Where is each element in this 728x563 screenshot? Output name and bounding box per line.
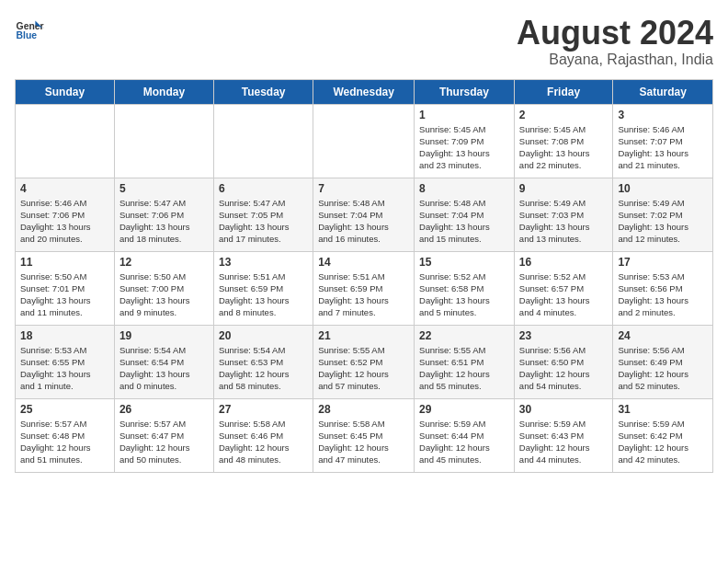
calendar-cell: 5Sunrise: 5:47 AM Sunset: 7:06 PM Daylig…	[114, 178, 213, 251]
day-number: 23	[519, 329, 609, 342]
day-number: 10	[618, 182, 708, 195]
day-info: Sunrise: 5:55 AM Sunset: 6:51 PM Dayligh…	[419, 344, 509, 393]
calendar-cell: 22Sunrise: 5:55 AM Sunset: 6:51 PM Dayli…	[415, 325, 515, 398]
day-info: Sunrise: 5:48 AM Sunset: 7:04 PM Dayligh…	[419, 197, 509, 246]
weekday-header-saturday: Saturday	[613, 79, 713, 104]
day-number: 22	[419, 329, 509, 342]
day-number: 14	[318, 256, 409, 269]
calendar-cell: 20Sunrise: 5:54 AM Sunset: 6:53 PM Dayli…	[213, 325, 313, 398]
calendar-cell: 4Sunrise: 5:46 AM Sunset: 7:06 PM Daylig…	[16, 178, 115, 251]
day-number: 1	[419, 109, 509, 121]
calendar-cell: 8Sunrise: 5:48 AM Sunset: 7:04 PM Daylig…	[415, 178, 515, 251]
calendar-cell	[16, 104, 115, 178]
calendar-table: SundayMondayTuesdayWednesdayThursdayFrid…	[15, 79, 713, 473]
day-number: 8	[419, 182, 509, 195]
day-info: Sunrise: 5:49 AM Sunset: 7:02 PM Dayligh…	[618, 197, 708, 246]
day-number: 9	[519, 182, 609, 195]
day-number: 13	[219, 256, 308, 269]
day-info: Sunrise: 5:51 AM Sunset: 6:59 PM Dayligh…	[219, 270, 308, 319]
calendar-cell: 9Sunrise: 5:49 AM Sunset: 7:03 PM Daylig…	[514, 178, 613, 251]
day-info: Sunrise: 5:48 AM Sunset: 7:04 PM Dayligh…	[318, 197, 409, 246]
calendar-cell: 27Sunrise: 5:58 AM Sunset: 6:46 PM Dayli…	[213, 398, 313, 472]
day-info: Sunrise: 5:51 AM Sunset: 6:59 PM Dayligh…	[318, 270, 409, 319]
calendar-cell	[313, 104, 415, 178]
day-number: 20	[219, 329, 308, 342]
calendar-cell	[114, 104, 213, 178]
day-number: 5	[119, 182, 209, 195]
day-number: 21	[318, 329, 409, 342]
day-info: Sunrise: 5:47 AM Sunset: 7:05 PM Dayligh…	[219, 197, 308, 246]
calendar-cell: 13Sunrise: 5:51 AM Sunset: 6:59 PM Dayli…	[213, 251, 313, 325]
day-number: 24	[618, 329, 708, 342]
logo-icon: General Blue	[15, 15, 44, 44]
calendar-week-1: 1Sunrise: 5:45 AM Sunset: 7:09 PM Daylig…	[16, 104, 713, 178]
day-info: Sunrise: 5:49 AM Sunset: 7:03 PM Dayligh…	[519, 197, 609, 246]
weekday-header-row: SundayMondayTuesdayWednesdayThursdayFrid…	[16, 79, 713, 104]
day-info: Sunrise: 5:45 AM Sunset: 7:08 PM Dayligh…	[519, 123, 609, 172]
weekday-header-tuesday: Tuesday	[213, 79, 313, 104]
calendar-cell: 18Sunrise: 5:53 AM Sunset: 6:55 PM Dayli…	[16, 325, 115, 398]
calendar-week-3: 11Sunrise: 5:50 AM Sunset: 7:01 PM Dayli…	[16, 251, 713, 325]
day-info: Sunrise: 5:50 AM Sunset: 7:00 PM Dayligh…	[119, 270, 209, 319]
day-info: Sunrise: 5:57 AM Sunset: 6:47 PM Dayligh…	[119, 418, 209, 466]
weekday-header-sunday: Sunday	[16, 79, 115, 104]
day-info: Sunrise: 5:47 AM Sunset: 7:06 PM Dayligh…	[119, 197, 209, 246]
calendar-cell: 23Sunrise: 5:56 AM Sunset: 6:50 PM Dayli…	[514, 325, 613, 398]
calendar-cell: 17Sunrise: 5:53 AM Sunset: 6:56 PM Dayli…	[613, 251, 713, 325]
calendar-cell: 29Sunrise: 5:59 AM Sunset: 6:44 PM Dayli…	[415, 398, 515, 472]
day-number: 27	[219, 403, 308, 416]
page-header: General Blue August 2024 Bayana, Rajasth…	[15, 15, 713, 68]
weekday-header-monday: Monday	[114, 79, 213, 104]
calendar-body: 1Sunrise: 5:45 AM Sunset: 7:09 PM Daylig…	[16, 104, 713, 472]
day-info: Sunrise: 5:50 AM Sunset: 7:01 PM Dayligh…	[20, 270, 109, 319]
calendar-week-4: 18Sunrise: 5:53 AM Sunset: 6:55 PM Dayli…	[16, 325, 713, 398]
day-number: 11	[20, 256, 109, 269]
day-info: Sunrise: 5:58 AM Sunset: 6:46 PM Dayligh…	[219, 418, 308, 466]
calendar-cell: 26Sunrise: 5:57 AM Sunset: 6:47 PM Dayli…	[114, 398, 213, 472]
day-info: Sunrise: 5:59 AM Sunset: 6:42 PM Dayligh…	[618, 418, 708, 466]
day-info: Sunrise: 5:58 AM Sunset: 6:45 PM Dayligh…	[318, 418, 409, 466]
day-number: 3	[618, 109, 708, 121]
calendar-cell	[213, 104, 313, 178]
day-number: 15	[419, 256, 509, 269]
day-info: Sunrise: 5:59 AM Sunset: 6:43 PM Dayligh…	[519, 418, 609, 466]
calendar-header: SundayMondayTuesdayWednesdayThursdayFrid…	[16, 79, 713, 104]
day-number: 19	[119, 329, 209, 342]
weekday-header-thursday: Thursday	[415, 79, 515, 104]
weekday-header-friday: Friday	[514, 79, 613, 104]
calendar-cell: 28Sunrise: 5:58 AM Sunset: 6:45 PM Dayli…	[313, 398, 415, 472]
calendar-title: August 2024	[517, 15, 713, 52]
day-info: Sunrise: 5:57 AM Sunset: 6:48 PM Dayligh…	[20, 418, 109, 466]
day-number: 12	[119, 256, 209, 269]
calendar-cell: 30Sunrise: 5:59 AM Sunset: 6:43 PM Dayli…	[514, 398, 613, 472]
day-info: Sunrise: 5:56 AM Sunset: 6:50 PM Dayligh…	[519, 344, 609, 393]
calendar-cell: 16Sunrise: 5:52 AM Sunset: 6:57 PM Dayli…	[514, 251, 613, 325]
calendar-subtitle: Bayana, Rajasthan, India	[517, 52, 713, 68]
day-info: Sunrise: 5:45 AM Sunset: 7:09 PM Dayligh…	[419, 123, 509, 172]
day-number: 16	[519, 256, 609, 269]
day-info: Sunrise: 5:46 AM Sunset: 7:07 PM Dayligh…	[618, 123, 708, 172]
day-number: 2	[519, 109, 609, 121]
day-info: Sunrise: 5:52 AM Sunset: 6:58 PM Dayligh…	[419, 270, 509, 319]
weekday-header-wednesday: Wednesday	[313, 79, 415, 104]
day-info: Sunrise: 5:59 AM Sunset: 6:44 PM Dayligh…	[419, 418, 509, 466]
calendar-week-2: 4Sunrise: 5:46 AM Sunset: 7:06 PM Daylig…	[16, 178, 713, 251]
calendar-cell: 15Sunrise: 5:52 AM Sunset: 6:58 PM Dayli…	[415, 251, 515, 325]
day-info: Sunrise: 5:53 AM Sunset: 6:56 PM Dayligh…	[618, 270, 708, 319]
calendar-cell: 24Sunrise: 5:56 AM Sunset: 6:49 PM Dayli…	[613, 325, 713, 398]
logo: General Blue	[15, 15, 44, 44]
calendar-cell: 25Sunrise: 5:57 AM Sunset: 6:48 PM Dayli…	[16, 398, 115, 472]
calendar-cell: 2Sunrise: 5:45 AM Sunset: 7:08 PM Daylig…	[514, 104, 613, 178]
calendar-cell: 1Sunrise: 5:45 AM Sunset: 7:09 PM Daylig…	[415, 104, 515, 178]
svg-text:Blue: Blue	[17, 30, 38, 40]
day-number: 7	[318, 182, 409, 195]
day-number: 6	[219, 182, 308, 195]
calendar-cell: 6Sunrise: 5:47 AM Sunset: 7:05 PM Daylig…	[213, 178, 313, 251]
calendar-cell: 3Sunrise: 5:46 AM Sunset: 7:07 PM Daylig…	[613, 104, 713, 178]
day-number: 18	[20, 329, 109, 342]
calendar-cell: 14Sunrise: 5:51 AM Sunset: 6:59 PM Dayli…	[313, 251, 415, 325]
day-number: 4	[20, 182, 109, 195]
day-info: Sunrise: 5:54 AM Sunset: 6:54 PM Dayligh…	[119, 344, 209, 393]
day-number: 31	[618, 403, 708, 416]
calendar-cell: 21Sunrise: 5:55 AM Sunset: 6:52 PM Dayli…	[313, 325, 415, 398]
